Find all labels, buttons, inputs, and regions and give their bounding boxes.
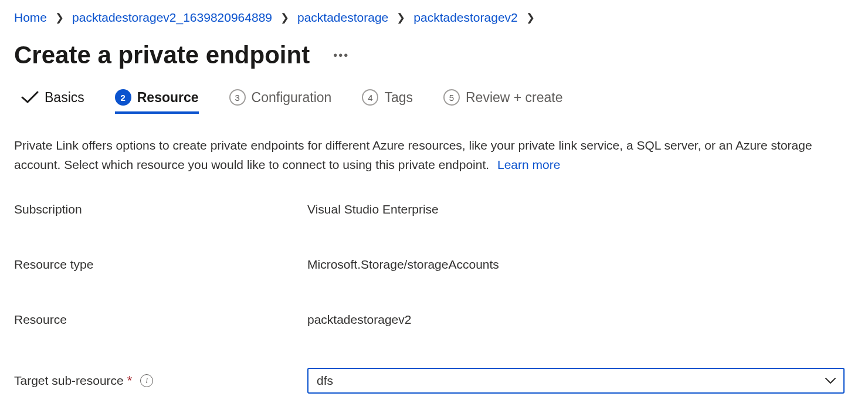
tab-label: Resource: [137, 90, 199, 106]
target-sub-resource-select[interactable]: dfs: [307, 368, 845, 394]
more-actions-icon[interactable]: •••: [333, 49, 349, 62]
breadcrumb-item-2[interactable]: packtadestorage: [297, 11, 388, 25]
resource-label: Resource: [14, 313, 307, 327]
wizard-tabs: Basics 2 Resource 3 Configuration 4 Tags…: [14, 89, 854, 114]
breadcrumb-item-1[interactable]: packtadestoragev2_1639820964889: [72, 11, 272, 25]
resource-type-label: Resource type: [14, 258, 307, 272]
learn-more-link[interactable]: Learn more: [497, 158, 560, 171]
tab-label: Basics: [45, 90, 84, 106]
field-resource-type: Resource type Microsoft.Storage/storageA…: [14, 258, 854, 272]
tab-resource[interactable]: 2 Resource: [115, 89, 199, 114]
chevron-right-icon: ❯: [396, 11, 405, 24]
target-sub-resource-label: Target sub-resource * i: [14, 373, 307, 388]
step-number-icon: 4: [362, 89, 378, 106]
subscription-label: Subscription: [14, 202, 307, 216]
select-value: dfs: [317, 374, 333, 388]
tab-label: Configuration: [252, 90, 332, 106]
tab-tags[interactable]: 4 Tags: [362, 89, 413, 114]
field-resource: Resource packtadestoragev2: [14, 313, 854, 327]
breadcrumb-home[interactable]: Home: [14, 11, 47, 25]
tab-review-create[interactable]: 5 Review + create: [443, 89, 563, 114]
chevron-right-icon: ❯: [280, 11, 289, 24]
step-number-icon: 5: [443, 89, 460, 106]
info-icon[interactable]: i: [140, 374, 153, 387]
required-indicator: *: [127, 373, 133, 388]
resource-type-value: Microsoft.Storage/storageAccounts: [307, 258, 499, 272]
tab-description: Private Link offers options to create pr…: [14, 136, 854, 174]
step-number-icon: 2: [115, 89, 131, 106]
tab-basics[interactable]: Basics: [21, 90, 84, 114]
page-title: Create a private endpoint: [14, 41, 310, 69]
title-row: Create a private endpoint •••: [14, 41, 854, 69]
description-text: Private Link offers options to create pr…: [14, 138, 812, 171]
field-target-sub-resource: Target sub-resource * i dfs: [14, 368, 854, 394]
step-number-icon: 3: [229, 89, 246, 106]
chevron-right-icon: ❯: [526, 11, 535, 24]
resource-value: packtadestoragev2: [307, 313, 411, 327]
tab-label: Review + create: [466, 90, 563, 106]
tab-label: Tags: [384, 90, 413, 106]
checkmark-icon: [21, 91, 39, 104]
tab-configuration[interactable]: 3 Configuration: [229, 89, 332, 114]
subscription-value: Visual Studio Enterprise: [307, 202, 439, 216]
breadcrumb-item-3[interactable]: packtadestoragev2: [413, 11, 517, 25]
field-subscription: Subscription Visual Studio Enterprise: [14, 202, 854, 216]
chevron-right-icon: ❯: [55, 11, 64, 24]
breadcrumb: Home ❯ packtadestoragev2_1639820964889 ❯…: [14, 11, 854, 25]
